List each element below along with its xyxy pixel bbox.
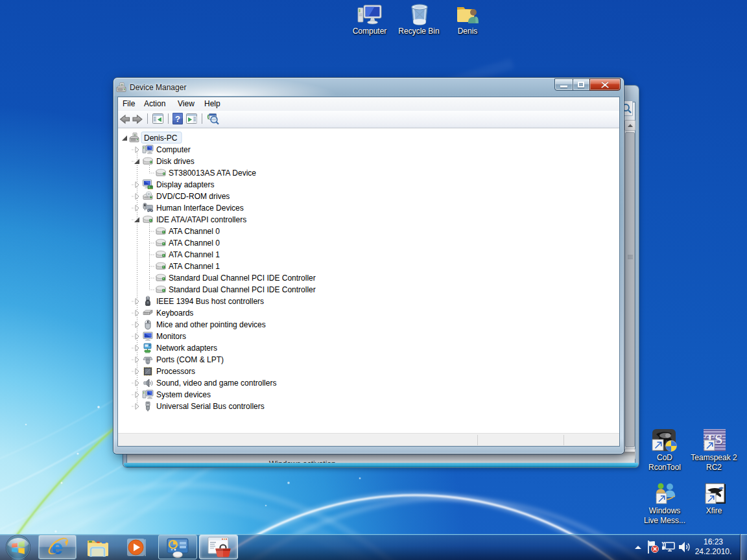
svg-text:?: ? [175,114,180,124]
svg-text:e: e [51,537,62,558]
